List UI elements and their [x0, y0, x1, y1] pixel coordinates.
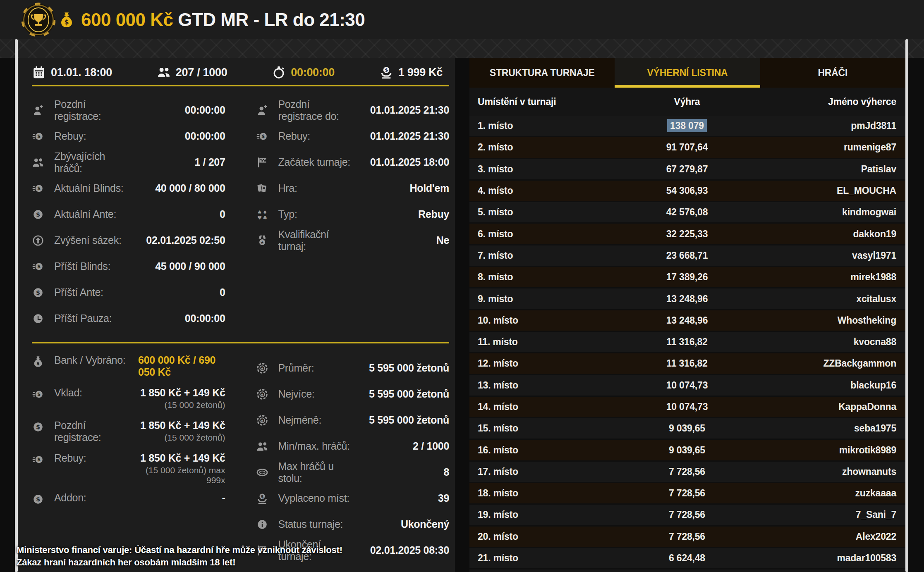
stat-row: Min/max. hráčů: 2 / 1000 — [256, 433, 450, 459]
cell-win: 7 728,56 — [617, 466, 756, 477]
cell-winner-name: ZZBackgammon — [757, 358, 905, 369]
cell-winner-name: madar100583 — [757, 553, 905, 564]
table-row[interactable]: 19. místo 7 728,56 7_Sani_7 — [469, 505, 905, 526]
summary-value: 207 / 1000 — [176, 66, 227, 79]
stat-value: 39 — [357, 492, 449, 504]
stat-value: 00:00:00 — [132, 312, 225, 324]
stat-value: Hold'em — [357, 182, 449, 194]
table-row[interactable]: 11. místo 11 316,82 kvocna88 — [469, 332, 905, 353]
cell-win: 32 225,33 — [617, 229, 756, 240]
table-row[interactable]: 1. místo 138 079 pmJd3811 — [469, 116, 905, 137]
cell-win: 138 079 — [617, 120, 756, 131]
table-row[interactable]: 14. místo 10 074,73 KappaDonna — [469, 397, 905, 418]
calendar-icon — [32, 65, 46, 79]
stopwatch-icon — [272, 65, 286, 79]
stat-label: Pozdní registrace: — [54, 419, 132, 443]
table-row[interactable]: 4. místo 54 306,93 EL_MOUCHA — [469, 181, 905, 202]
win-value: 11 316,82 — [666, 336, 707, 347]
win-value: 32 225,33 — [666, 229, 708, 239]
stat-value: 2 / 1000 — [357, 440, 449, 452]
cell-place: 16. místo — [469, 445, 617, 456]
stat-label: Příští Ante: — [54, 286, 132, 298]
cell-winner-name: rumenige87 — [757, 142, 905, 153]
cell-place: 7. místo — [469, 250, 617, 261]
summary-item: 207 / 1000 — [157, 65, 227, 79]
cell-winner-name: mikrotik8989 — [757, 445, 905, 456]
tab-hraci[interactable]: HRÁČI — [760, 58, 905, 88]
cell-place: 18. místo — [469, 488, 617, 499]
table-row[interactable]: 15. místo 9 039,65 seba1975 — [469, 418, 905, 440]
cell-win: 9 039,65 — [617, 423, 756, 434]
win-value: 7 728,56 — [669, 531, 705, 542]
table-row[interactable]: 2. místo 91 707,64 rumenige87 — [469, 137, 905, 159]
stat-row: Nejvíce: 5 595 000 žetonů — [256, 381, 450, 407]
table-row[interactable]: 13. místo 10 074,73 blackup16 — [469, 375, 905, 397]
stat-row: Zvýšení sázek: 02.01.2025 02:50 — [32, 227, 225, 253]
tournament-title: 600 000 Kč GTD MR - LR do 21:30 — [58, 0, 365, 39]
stat-value: 01.01.2025 18:00 — [357, 156, 449, 168]
table-row[interactable]: 21. místo 6 624,48 madar100583 — [469, 548, 905, 570]
win-value: 42 576,08 — [666, 207, 708, 217]
cell-winner-name: KappaDonna — [757, 401, 905, 412]
tab-label: HRÁČI — [818, 67, 847, 79]
table-row[interactable]: 8. místo 17 389,26 mirek1988 — [469, 267, 905, 288]
stat-value: 45 000 / 90 000 — [132, 260, 225, 272]
table-row[interactable]: 9. místo 13 248,96 xcitalusx — [469, 288, 905, 310]
table-row[interactable]: 17. místo 7 728,56 zhownanuts — [469, 462, 905, 483]
stat-label: Zvýšení sázek: — [54, 234, 132, 246]
right-scrollbar[interactable] — [905, 39, 908, 572]
info-icon — [256, 518, 268, 531]
cell-place: 2. místo — [469, 142, 617, 153]
column-header-name: Jméno výherce — [757, 96, 905, 107]
table-row[interactable]: 3. místo 67 279,87 Patislav — [469, 159, 905, 181]
stat-row: Nejméně: 5 595 000 žetonů — [256, 407, 450, 433]
stat-value: 01.01.2025 21:30 — [357, 130, 449, 142]
left-scrollbar[interactable] — [15, 39, 18, 572]
moneybag-icon — [58, 11, 75, 29]
stat-value: 1 850 Kč + 149 Kč — [132, 452, 225, 464]
table-row[interactable]: 16. místo 9 039,65 mikrotik8989 — [469, 440, 905, 461]
stat-label: Nejméně: — [278, 414, 357, 426]
tournament-lobby-window: 600 000 Kč GTD MR - LR do 21:30 01.01. 1… — [0, 0, 924, 572]
stat-value: 1 / 207 — [132, 156, 225, 168]
win-value: 13 248,96 — [666, 293, 708, 304]
cell-place: 14. místo — [469, 401, 617, 412]
cell-place: 4. místo — [469, 185, 617, 196]
table-row[interactable]: 10. místo 13 248,96 Whostheking — [469, 310, 905, 332]
tab-struktura-turnaje[interactable]: STRUKTURA TURNAJE — [469, 58, 615, 88]
cell-place: 20. místo — [469, 531, 617, 542]
stat-label: Min/max. hráčů: — [278, 440, 357, 452]
cell-win: 91 707,64 — [617, 142, 756, 153]
cell-winner-name: EL_MOUCHA — [757, 185, 905, 196]
stat-row: Rebuy: 00:00:00 — [32, 123, 225, 149]
stat-label: Hra: — [278, 182, 357, 194]
column-header-win: Výhra — [617, 96, 756, 107]
stat-label: Nejvíce: — [278, 388, 357, 400]
cell-winner-name: mirek1988 — [757, 272, 905, 283]
stat-value: 1 850 Kč + 149 Kč — [132, 419, 225, 431]
stat-value: 5 595 000 žetonů — [357, 388, 449, 400]
cell-winner-name: kvocna88 — [757, 336, 905, 348]
cell-winner-name: Whostheking — [757, 315, 905, 326]
warning-line-2: Zákaz hraní hazardních her osobám mladší… — [17, 556, 342, 569]
win-value: 17 389,26 — [666, 272, 708, 282]
tournament-stats-bottom: Bank / Vybráno: 600 000 Kč / 690 050 Kč … — [18, 343, 455, 563]
stat-row: Aktuální Ante: 0 — [32, 201, 225, 227]
table-row[interactable]: 20. místo 7 728,56 Alex2022 — [469, 527, 905, 548]
win-value: 91 707,64 — [666, 142, 708, 153]
oval-icon — [256, 466, 268, 479]
table-row[interactable]: 5. místo 42 576,08 kindmogwai — [469, 202, 905, 224]
stat-value: 1 850 Kč + 149 Kč — [132, 387, 225, 399]
coins-icon — [256, 130, 268, 143]
table-row[interactable]: 6. místo 32 225,33 dakkon19 — [469, 224, 905, 245]
person-plus-icon — [256, 104, 268, 117]
stat-label: Zbývajících hráčů: — [54, 150, 132, 174]
stat-value: 00:00:00 — [132, 104, 225, 116]
cell-win: 13 248,96 — [617, 293, 756, 305]
table-row[interactable]: 18. místo 7 728,56 zuzkaaaa — [469, 483, 905, 505]
tab-vyherni-listina[interactable]: VÝHERNÍ LISTINA — [615, 58, 760, 88]
stat-row: Příští Pauza: 00:00:00 — [32, 305, 225, 331]
table-row[interactable]: 12. místo 11 316,82 ZZBackgammon — [469, 353, 905, 375]
cell-winner-name: zhownanuts — [757, 466, 905, 477]
table-row[interactable]: 7. místo 23 668,71 vasyl1971 — [469, 245, 905, 267]
